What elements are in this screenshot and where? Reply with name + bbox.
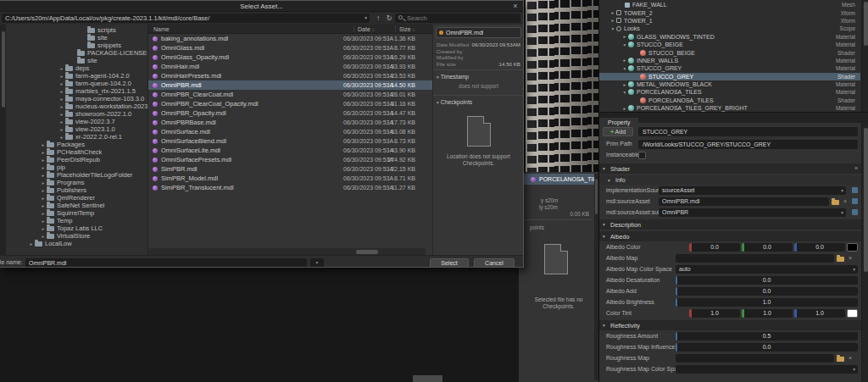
- refresh-icon[interactable]: ↻: [384, 14, 394, 23]
- folder-tree-item[interactable]: ▸ deps: [6, 64, 147, 72]
- expand-arrow-icon[interactable]: ▸: [40, 158, 47, 163]
- expand-arrow-icon[interactable]: ▸: [58, 112, 65, 117]
- folder-tree-item[interactable]: ▸ pip: [6, 163, 147, 171]
- folder-tree-item[interactable]: ▸ farm-agent-104.2.0: [6, 72, 147, 80]
- stage-row[interactable]: FAKE_WALL Mesh: [599, 1, 860, 8]
- file-row[interactable]: OmniPBR_Opacity.mdl 06/30/2023 09:53A 14…: [148, 108, 432, 118]
- file-row[interactable]: OmniPBR.mdl 06/30/2023 09:53A 14.50 KB: [148, 80, 432, 90]
- column-header-size[interactable]: Size ↕: [399, 26, 415, 32]
- folder-tree-item[interactable]: ▸ QmlRenderer: [6, 194, 147, 202]
- expand-arrow-icon[interactable]: ▸: [58, 81, 65, 86]
- column-header-name[interactable]: Name: [153, 26, 170, 32]
- file-row[interactable]: OmniGlass_Opacity.mdl 06/30/2023 09:53A …: [148, 53, 432, 62]
- expand-arrow-icon[interactable]: ▸: [58, 97, 65, 102]
- color-tint-b[interactable]: 1.0: [794, 309, 845, 318]
- albedo-color-r[interactable]: 0.0: [689, 243, 740, 252]
- file-row[interactable]: OmniSurfaceLite.mdl 06/30/2023 09:53A 43…: [148, 146, 432, 155]
- file-row[interactable]: OmniSurfaceBlend.mdl 06/30/2023 09:53A 8…: [148, 136, 432, 146]
- file-row[interactable]: SimPBR_Translucent.mdl 06/30/2023 09:53A…: [148, 183, 432, 192]
- file-row[interactable]: OmniSurface.mdl 06/30/2023 09:53A 63.08 …: [148, 127, 432, 136]
- browse-folder-icon[interactable]: [837, 257, 844, 262]
- albedo-add-slider[interactable]: 0.0: [676, 287, 858, 296]
- folder-tree-item[interactable]: PACKAGE-LICENSES: [6, 49, 147, 57]
- expand-arrow-icon[interactable]: ▾: [621, 66, 628, 71]
- folder-tree-item[interactable]: ▸ maya-connector-103.3.0: [6, 95, 147, 102]
- add-button[interactable]: + Add: [603, 127, 633, 136]
- albedo-color-swatch[interactable]: [847, 243, 858, 252]
- file-row[interactable]: OmniHair.mdl 06/30/2023 09:53A 33.93 KB: [148, 62, 432, 71]
- stage-row[interactable]: ▸ INNER_WALLS Material: [599, 57, 860, 64]
- attribute-state-square[interactable]: [852, 187, 858, 193]
- roughness-amount-slider[interactable]: 0.5: [676, 332, 858, 341]
- stage-row[interactable]: ▾ Looks Scope: [599, 25, 860, 32]
- path-input[interactable]: C:/Users/s20m/AppData/Local/ov/pkg/creat…: [2, 14, 370, 23]
- stage-row[interactable]: PORCELANOSA_TILES Shader: [599, 97, 860, 104]
- file-row[interactable]: OmniPBRBase.mdl 06/30/2023 09:53A 17.73 …: [148, 118, 432, 127]
- stage-row[interactable]: ▸ TOWER_2 Xform: [599, 8, 860, 16]
- expand-arrow-icon[interactable]: ▸: [621, 58, 628, 63]
- file-row[interactable]: baking_annotations.mdl 06/30/2023 09:53A…: [148, 34, 432, 43]
- browse-folder-icon[interactable]: [837, 357, 844, 362]
- roughness-map-color-space-combo[interactable]: ▾: [676, 365, 858, 374]
- albedo-desaturation-slider[interactable]: 0.0: [676, 276, 858, 285]
- expand-arrow-icon[interactable]: ▾: [609, 26, 616, 31]
- clear-icon[interactable]: ×: [849, 255, 852, 262]
- folder-tree-item[interactable]: ▸ SquirrelTemp: [6, 209, 147, 217]
- folder-tree-item[interactable]: ▸ showroom-2022.1.0: [6, 110, 147, 118]
- expand-arrow-icon[interactable]: ▸: [58, 74, 65, 79]
- section-menu-icon[interactable]: ≡: [854, 165, 858, 171]
- stage-row[interactable]: ▸ GLASS_WINDOWS_TINTED Material: [599, 33, 860, 41]
- clear-icon[interactable]: ×: [849, 355, 852, 362]
- color-tint-r[interactable]: 1.0: [689, 309, 740, 318]
- expand-arrow-icon[interactable]: ▾: [621, 90, 628, 95]
- folder-tree-item[interactable]: ▸ PeerDistRepub: [6, 156, 147, 163]
- folder-tree-item[interactable]: ▸ LocalLow: [6, 240, 147, 247]
- stage-row[interactable]: ▾ PORCELANOSA_TILES Material: [599, 88, 860, 96]
- expand-arrow-icon[interactable]: ▾: [621, 42, 628, 47]
- folder-tree-item[interactable]: site: [6, 34, 147, 42]
- select-button[interactable]: Select: [430, 258, 469, 268]
- background-selected-item[interactable]: PORCELANOSA_TILES: [522, 174, 598, 185]
- folder-tree-item[interactable]: ▸ PlaceholderTileLogoFolder: [6, 171, 147, 179]
- scrollbar-thumb[interactable]: [864, 2, 868, 46]
- expand-arrow-icon[interactable]: ▸: [621, 34, 628, 39]
- file-row[interactable]: OmniPBR_ClearCoat.mdl 06/30/2023 09:53A …: [148, 90, 432, 99]
- folder-tree-item[interactable]: ▸ view-2023.1.0: [6, 125, 147, 133]
- roughness-map-influence-slider[interactable]: 0.0: [676, 343, 858, 352]
- folder-tree-item[interactable]: snippets: [6, 42, 147, 49]
- clear-icon[interactable]: ×: [843, 198, 847, 205]
- file-row[interactable]: SimPBR.mdl 06/30/2023 09:53A 22.15 KB: [148, 164, 432, 174]
- file-row[interactable]: OmniHairPresets.mdl 06/30/2023 09:53A 23…: [148, 71, 432, 80]
- timestamp-section-header[interactable]: ▾Timestamp: [433, 73, 524, 80]
- section-albedo[interactable]: ▾ Albedo: [599, 231, 868, 241]
- expand-arrow-icon[interactable]: ▸: [58, 127, 65, 132]
- folder-tree-item[interactable]: site: [6, 57, 147, 64]
- mdl-subidentifier-combo[interactable]: OmniPBR ▾: [659, 208, 846, 218]
- color-tint-swatch[interactable]: [847, 309, 858, 318]
- folder-tree-item[interactable]: ▸ Programs: [6, 179, 147, 186]
- expand-arrow-icon[interactable]: ▸: [40, 142, 47, 147]
- albedo-color-b[interactable]: 0.0: [794, 243, 845, 252]
- viewport[interactable]: [519, 0, 599, 172]
- dialog-titlebar[interactable]: Select Asset... ×: [0, 1, 523, 12]
- folder-tree-item[interactable]: ▸ marbles_rtx-2021.1.5: [6, 87, 147, 95]
- expand-arrow-icon[interactable]: ▸: [58, 66, 65, 71]
- mdl-source-asset-field[interactable]: OmniPBR.mdl: [659, 197, 829, 207]
- folder-tree-item[interactable]: ▸ farm-queue-104.2.0: [6, 80, 147, 87]
- scrollbar-thumb[interactable]: [2, 31, 5, 108]
- expand-arrow-icon[interactable]: ▸: [40, 234, 47, 239]
- color-tint-g[interactable]: 1.0: [742, 309, 793, 318]
- instanceable-checkbox[interactable]: [638, 152, 646, 159]
- expand-arrow-icon[interactable]: ▸: [40, 226, 47, 231]
- expand-arrow-icon[interactable]: ▸: [40, 188, 47, 193]
- file-type-dropdown[interactable]: ▾: [310, 258, 324, 268]
- stage-row[interactable]: ▸ METAL_WINDOWS_BLACK Material: [599, 80, 860, 88]
- stage-row[interactable]: STUCCO_BEIGE Shader: [599, 48, 860, 56]
- roughness-map-field[interactable]: [676, 354, 834, 363]
- folder-tree-item[interactable]: ▸ xr-2022.2.0-rel.1: [6, 133, 147, 141]
- file-row[interactable]: OmniGlass.mdl 06/30/2023 09:53A 8.77 KB: [148, 43, 432, 53]
- checkpoints-section-header[interactable]: ▾Checkpoints: [433, 98, 524, 106]
- tree-scrollbar[interactable]: [0, 25, 6, 255]
- expand-arrow-icon[interactable]: ▸: [58, 119, 65, 125]
- file-row[interactable]: SimPBR_Model.mdl 06/30/2023 09:53A 8.71 …: [148, 174, 432, 183]
